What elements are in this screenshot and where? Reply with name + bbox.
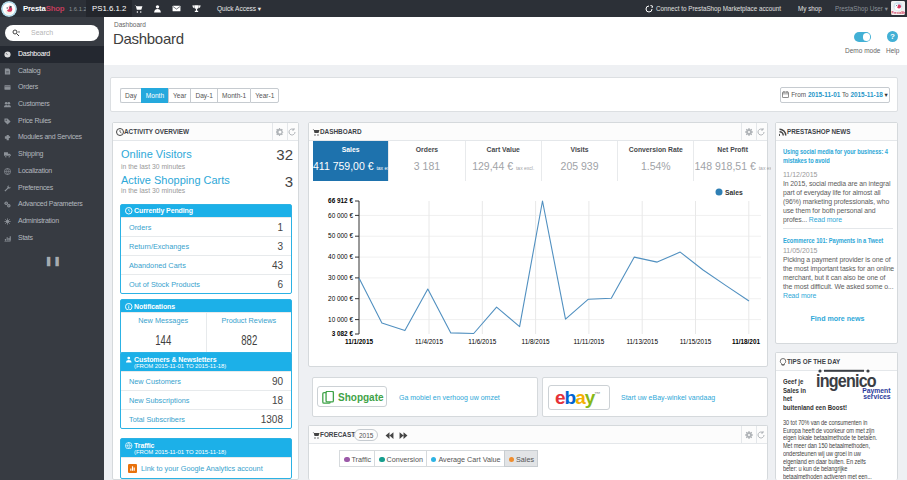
svg-text:40 000 €: 40 000 €: [328, 253, 353, 260]
svg-text:30 000 €: 30 000 €: [328, 274, 353, 281]
svg-text:66 912 €: 66 912 €: [328, 197, 353, 204]
svg-text:11/18/201: 11/18/201: [732, 338, 761, 345]
svg-text:11/1/2015: 11/1/2015: [345, 338, 374, 345]
svg-text:11/13/2015: 11/13/2015: [626, 338, 658, 345]
svg-text:11/6/2015: 11/6/2015: [468, 338, 496, 345]
svg-text:11/11/2015: 11/11/2015: [573, 338, 604, 345]
svg-text:Sales: Sales: [725, 189, 743, 196]
svg-text:11/4/2015: 11/4/2015: [415, 338, 443, 345]
svg-text:50 000 €: 50 000 €: [328, 232, 353, 239]
svg-text:60 000 €: 60 000 €: [328, 212, 353, 219]
svg-text:PrestaShop: PrestaShop: [892, 11, 906, 15]
svg-text:11/8/2015: 11/8/2015: [522, 338, 550, 345]
svg-text:11/15/2015: 11/15/2015: [680, 338, 712, 345]
svg-text:10 000 €: 10 000 €: [328, 316, 353, 323]
svg-text:3 082 €: 3 082 €: [332, 330, 354, 337]
svg-text:20 000 €: 20 000 €: [328, 295, 353, 302]
